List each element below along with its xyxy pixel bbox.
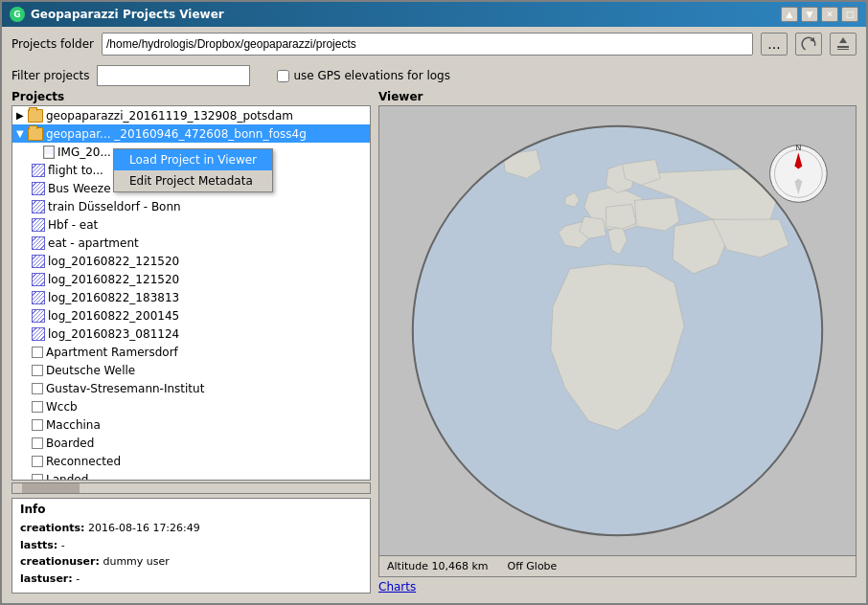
- filter-input[interactable]: [97, 65, 250, 86]
- list-item[interactable]: eat - apartment: [12, 234, 370, 252]
- projects-label: Projects: [11, 90, 371, 103]
- list-item[interactable]: Macchina: [12, 415, 370, 434]
- item-checkbox[interactable]: [32, 437, 43, 449]
- close-button[interactable]: ✕: [821, 7, 838, 22]
- item-checkbox[interactable]: [32, 365, 43, 376]
- item-checkbox[interactable]: [32, 456, 43, 467]
- filter-label: Filter projects: [11, 69, 89, 82]
- item-checkbox[interactable]: [32, 401, 43, 413]
- charts-link[interactable]: Charts: [378, 580, 857, 594]
- svg-rect-4: [44, 146, 54, 158]
- browse-button[interactable]: ...: [761, 33, 788, 56]
- list-item[interactable]: ▶ geopaparazzi_20161119_132908_potsdam: [12, 106, 370, 124]
- project-name: Landed: [46, 473, 88, 482]
- context-menu-item-edit[interactable]: Edit Project Metadata: [114, 170, 272, 191]
- project-name: train Düsseldorf - Bonn: [48, 200, 181, 213]
- diag-icon: [32, 182, 45, 195]
- project-name: Reconnected: [46, 455, 121, 468]
- list-item[interactable]: log_20160823_081124: [12, 325, 370, 343]
- svg-marker-3: [839, 37, 847, 43]
- project-name: flight to...: [48, 164, 103, 177]
- sync-icon: [801, 36, 816, 52]
- app-icon: G: [10, 7, 25, 22]
- project-name: log_20160822_121520: [48, 255, 179, 268]
- info-label-lastts: lastts:: [20, 539, 57, 551]
- project-name: geopapar... _20160946_472608_bonn_foss4g: [46, 127, 307, 141]
- list-item[interactable]: log_20160822_183813: [12, 288, 370, 306]
- svg-rect-2: [837, 49, 849, 50]
- info-value-lastts: -: [61, 539, 65, 551]
- diag-icon: [32, 273, 45, 286]
- scrollbar-thumb[interactable]: [22, 483, 80, 493]
- list-item[interactable]: log_20160822_121520: [12, 252, 370, 270]
- list-item[interactable]: log_20160822_121520: [12, 270, 370, 288]
- context-menu: Load Project in Viewer Edit Project Meta…: [113, 148, 273, 192]
- info-section: Info creationts: 2016-08-16 17:26:49 las…: [11, 498, 371, 594]
- main-window: G Geopaparazzi Projects Viewer ▲ ▼ ✕ □ P…: [0, 0, 868, 605]
- project-name: eat - apartment: [48, 236, 139, 250]
- list-item[interactable]: log_20160822_200145: [12, 306, 370, 325]
- sync-button[interactable]: [795, 33, 822, 56]
- list-item[interactable]: Reconnected: [12, 452, 370, 470]
- info-label-creationts: creationts:: [20, 522, 84, 534]
- altitude-label: Altitude 10,468 km: [387, 560, 489, 572]
- list-item[interactable]: train Düsseldorf - Bonn: [12, 197, 370, 215]
- export-icon: [835, 36, 851, 52]
- map-container: N: [378, 105, 857, 556]
- diag-icon: [32, 164, 45, 177]
- info-value-lastuser: -: [76, 572, 80, 585]
- project-name: log_20160822_121520: [48, 273, 179, 286]
- project-name: Boarded: [46, 437, 94, 450]
- item-checkbox[interactable]: [32, 474, 43, 482]
- altitude-key: Altitude: [387, 560, 428, 572]
- diag-icon: [32, 309, 45, 323]
- gps-label: use GPS elevations for logs: [293, 69, 450, 82]
- globe-svg: N: [379, 106, 856, 555]
- project-name: IMG_20...: [57, 146, 111, 159]
- list-item[interactable]: Deutsche Welle: [12, 361, 370, 379]
- item-checkbox[interactable]: [32, 419, 43, 431]
- item-checkbox[interactable]: [32, 347, 43, 358]
- list-item[interactable]: Hbf - eat: [12, 215, 370, 234]
- viewer-label: Viewer: [378, 90, 857, 103]
- projects-folder-label: Projects folder: [11, 37, 94, 51]
- list-item[interactable]: Landed: [12, 470, 370, 481]
- diag-icon: [32, 236, 45, 250]
- info-title: Info: [20, 503, 362, 516]
- info-label-creationuser: creationuser:: [20, 555, 100, 568]
- diag-icon: [32, 218, 45, 232]
- project-name: Deutsche Welle: [46, 364, 135, 377]
- list-item[interactable]: ▼ geopapar... _20160946_472608_bonn_foss…: [12, 124, 370, 143]
- export-button[interactable]: [830, 33, 857, 56]
- diag-icon: [32, 200, 45, 213]
- project-name: log_20160823_081124: [48, 327, 179, 341]
- gps-checkbox-area: use GPS elevations for logs: [277, 69, 450, 82]
- minimize-down-button[interactable]: ▼: [801, 7, 818, 22]
- list-item[interactable]: Boarded: [12, 434, 370, 452]
- list-item[interactable]: Wccb: [12, 397, 370, 415]
- file-icon: [43, 146, 55, 159]
- list-item[interactable]: Gustav-Stresemann-Institut: [12, 379, 370, 397]
- minimize-up-button[interactable]: ▲: [781, 7, 798, 22]
- title-bar-left: G Geopaparazzi Projects Viewer: [10, 7, 224, 22]
- info-row-creationuser: creationuser: dummy user: [20, 553, 362, 571]
- horizontal-scrollbar[interactable]: [11, 482, 371, 494]
- gps-checkbox[interactable]: [277, 70, 289, 82]
- item-checkbox[interactable]: [32, 383, 43, 394]
- project-name: geopaparazzi_20161119_132908_potsdam: [46, 109, 293, 123]
- list-item[interactable]: Apartment Ramersdorf: [12, 343, 370, 361]
- info-row-lastts: lastts: -: [20, 537, 362, 554]
- info-value-creationuser: dummy user: [103, 555, 169, 568]
- svg-text:N: N: [795, 144, 801, 152]
- folder-icon: [28, 109, 43, 123]
- info-label-lastuser: lastuser:: [20, 572, 73, 585]
- maximize-button[interactable]: □: [841, 7, 858, 22]
- projects-folder-input[interactable]: [102, 33, 753, 56]
- project-name: Gustav-Stresemann-Institut: [46, 382, 204, 395]
- project-name: Macchina: [46, 418, 101, 432]
- info-row-lastuser: lastuser: -: [20, 571, 362, 588]
- title-bar: G Geopaparazzi Projects Viewer ▲ ▼ ✕ □: [2, 2, 866, 27]
- context-menu-item-load[interactable]: Load Project in Viewer: [114, 149, 272, 170]
- info-value-creationts: 2016-08-16 17:26:49: [88, 522, 200, 534]
- collapse-arrow: ▶: [16, 110, 28, 121]
